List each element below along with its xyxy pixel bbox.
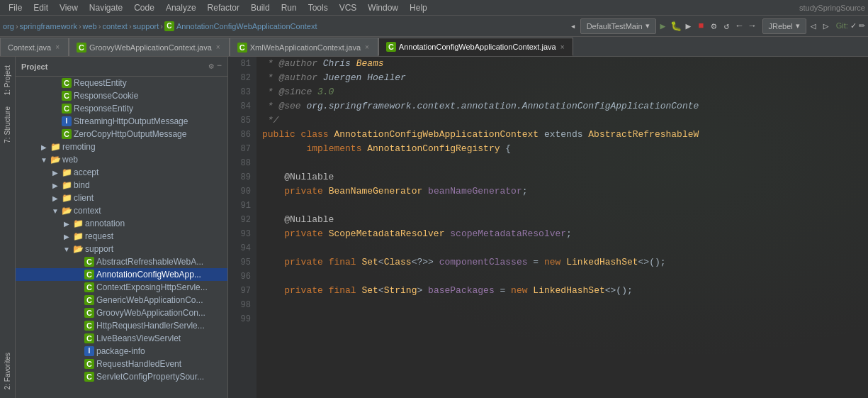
folder-icon: 📂 (50, 154, 61, 165)
list-item[interactable]: ▶ 📁 bind (16, 179, 227, 192)
list-item[interactable]: C ContextExposingHttpServle... (16, 281, 227, 294)
minimize-icon[interactable]: − (217, 61, 222, 72)
list-item[interactable]: C AbstractRefreshableWebA... (16, 255, 227, 268)
tab-xml-java[interactable]: C XmlWebApplicationContext.java × (230, 38, 378, 56)
menu-navigate[interactable]: Navigate (84, 1, 128, 14)
code-line-88 (262, 156, 868, 170)
list-item[interactable]: C RequestEntity (16, 77, 227, 89)
menu-file[interactable]: File (3, 1, 28, 14)
list-item[interactable]: ▶ 📁 client (16, 192, 227, 204)
line-num-87: 87 (228, 142, 251, 156)
list-item[interactable]: ▼ 📂 support (16, 243, 227, 255)
breadcrumb-class[interactable]: C AnnotationConfigWebApplicationContext (164, 21, 317, 31)
run-config-dropdown[interactable]: DefaultTestMain ▾ (580, 18, 656, 34)
jrebel-arrow: ▾ (796, 21, 800, 31)
code-content[interactable]: * @author Chris Beams * @author Juergen … (257, 57, 868, 398)
code-line-84: * @see org.springframework.context.annot… (262, 99, 868, 114)
tab-groovy-close[interactable]: × (215, 43, 222, 51)
list-item[interactable]: C ResponseCookie (16, 89, 227, 102)
jrebel-dropdown[interactable]: JRebel ▾ (762, 18, 806, 34)
menu-run[interactable]: Run (276, 1, 303, 14)
menu-build[interactable]: Build (245, 1, 276, 14)
nav-fwd-icon[interactable]: → (747, 21, 758, 32)
list-item[interactable]: C ResponseEntity (16, 102, 227, 115)
menu-refactor[interactable]: Refactor (202, 1, 245, 14)
tabs-bar: Context.java × C GroovyWebApplicationCon… (0, 37, 868, 57)
next-change-icon[interactable]: ▷ (821, 21, 832, 32)
tree-item-label: GroovyWebApplicationCon... (95, 308, 205, 318)
list-item[interactable]: C LiveBeansViewServlet (16, 332, 227, 345)
list-item[interactable]: I package-info (16, 345, 227, 358)
breadcrumb-context[interactable]: context (102, 22, 127, 31)
code-line-91 (262, 199, 868, 213)
build-icon[interactable]: ⚙ (709, 21, 720, 32)
list-item[interactable]: C GroovyWebApplicationCon... (16, 306, 227, 319)
debug-icon[interactable]: 🐛 (670, 21, 682, 32)
class-c-icon: C (84, 282, 95, 293)
line-num-95: 95 (228, 255, 251, 270)
code-line-99 (262, 312, 868, 326)
list-item[interactable]: C GenericWebApplicationCo... (16, 294, 227, 306)
back-icon[interactable]: ◂ (568, 21, 579, 32)
breadcrumb-org[interactable]: org (3, 22, 14, 31)
class-icon: C (164, 21, 174, 31)
tree-arrow: ▶ (61, 233, 72, 241)
list-item[interactable]: ▼ 📂 web (16, 153, 227, 166)
tab-groovy-java[interactable]: C GroovyWebApplicationContext.java × (69, 38, 230, 56)
menu-code[interactable]: Code (128, 1, 160, 14)
folder-icon: 📁 (61, 167, 72, 178)
breadcrumb-web[interactable]: web (83, 22, 97, 31)
jrebel-label: JRebel (769, 22, 793, 31)
menu-tools[interactable]: Tools (303, 1, 334, 14)
code-area[interactable]: 81 82 83 84 85 86 87 88 89 90 91 92 93 9… (228, 57, 868, 398)
list-item[interactable]: C HttpRequestHandlerServle... (16, 319, 227, 332)
run-icon[interactable]: ▶ (658, 21, 669, 32)
run-coverage-icon[interactable]: ▶ (683, 21, 694, 32)
list-item[interactable]: ▶ 📁 annotation (16, 217, 227, 230)
menu-edit[interactable]: Edit (28, 1, 54, 14)
breadcrumb-springframework[interactable]: springframework (20, 22, 77, 31)
sidebar-tab-project[interactable]: 1: Project (1, 60, 14, 101)
class-c-icon: C (84, 269, 95, 280)
line-num-96: 96 (228, 270, 251, 284)
code-line-86: public class AnnotationConfigWebApplicat… (262, 128, 868, 142)
list-item[interactable]: C ServletConfigPropertySour... (16, 370, 227, 383)
tab-context-java[interactable]: Context.java × (0, 38, 69, 56)
tab-context-close[interactable]: × (54, 43, 61, 51)
sync-icon[interactable]: ↺ (721, 21, 733, 32)
list-item[interactable]: C RequestHandledEvent (16, 358, 227, 370)
list-item[interactable]: ▼ 📂 context (16, 204, 227, 217)
tab-annotation-icon: C (386, 42, 396, 52)
settings-icon[interactable]: ⚙ (209, 61, 214, 72)
list-item[interactable]: ▶ 📁 request (16, 230, 227, 243)
breadcrumb-support[interactable]: support (133, 22, 159, 31)
tree-item-label: AbstractRefreshableWebA... (95, 257, 203, 267)
menu-help[interactable]: Help (404, 1, 433, 14)
list-item[interactable]: ▶ 📁 accept (16, 166, 227, 179)
list-item[interactable]: ▶ 📁 remoting (16, 140, 227, 153)
line-num-91: 91 (228, 199, 251, 213)
menu-analyze[interactable]: Analyze (160, 1, 202, 14)
menu-view[interactable]: View (54, 1, 84, 14)
class-c-icon: C (84, 320, 95, 331)
tab-annotation-close[interactable]: × (559, 43, 566, 51)
list-item[interactable]: C ZeroCopyHttpOutputMessage (16, 128, 227, 140)
tab-xml-close[interactable]: × (363, 43, 371, 51)
prev-change-icon[interactable]: ◁ (808, 21, 819, 32)
tree-item-label: LiveBeansViewServlet (95, 333, 181, 343)
line-num-92: 92 (228, 213, 251, 227)
folder-icon: 📁 (72, 218, 84, 229)
sidebar-tab-structure[interactable]: 7: Structure (1, 101, 14, 149)
tab-annotation-java[interactable]: C AnnotationConfigWebApplicationContext.… (378, 38, 574, 56)
nav-back-icon[interactable]: ← (734, 21, 745, 32)
code-line-81: * @author Chris Beams (262, 57, 868, 71)
menu-vcs[interactable]: VCS (334, 1, 363, 14)
menu-window[interactable]: Window (362, 1, 404, 14)
list-item[interactable]: C AnnotationConfigWebApp... (16, 268, 227, 281)
list-item[interactable]: I StreamingHttpOutputMessage (16, 115, 227, 128)
code-editor[interactable]: 81 82 83 84 85 86 87 88 89 90 91 92 93 9… (228, 57, 868, 398)
tree-arrow: ▶ (61, 220, 72, 228)
tree-item-label: support (84, 244, 113, 254)
sidebar-tab-favorites[interactable]: 2: Favorites (1, 347, 14, 395)
stop-icon[interactable]: ■ (696, 21, 707, 32)
